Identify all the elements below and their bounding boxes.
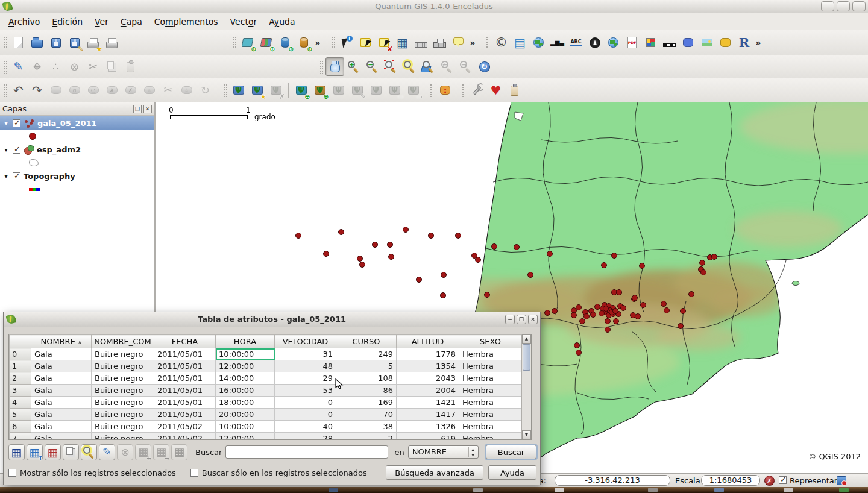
grass-region-button[interactable]: Ψ▭ xyxy=(385,81,404,99)
table-cell[interactable]: 2011/05/02 xyxy=(154,433,216,441)
move-feature-button[interactable] xyxy=(28,57,46,76)
search-field-select[interactable]: NOMBRE ▲▼ xyxy=(408,445,479,459)
add-island-button[interactable]: ◌ xyxy=(84,81,102,99)
menu-vector[interactable]: Vector xyxy=(224,14,263,29)
table-cell[interactable]: 2011/05/01 xyxy=(154,385,216,397)
table-cell[interactable]: Hembra xyxy=(459,409,522,421)
delete-ring-button[interactable]: ✗ xyxy=(102,81,121,99)
labeling-plugin-button[interactable]: ABC xyxy=(567,33,585,52)
layer-item-Topography[interactable]: ▾Topography xyxy=(0,169,154,183)
zoom-next-button[interactable]: → xyxy=(456,57,475,76)
cut-features-button[interactable]: ✂ xyxy=(84,57,102,76)
table-cell[interactable]: 2011/05/02 xyxy=(154,421,216,433)
table-cell[interactable]: Gala xyxy=(31,372,92,385)
toolbar-overflow-icon[interactable]: » xyxy=(468,38,477,48)
table-cell[interactable]: 10:00:00 xyxy=(216,348,275,360)
delete-part-button[interactable]: ✗ xyxy=(121,81,140,99)
add-raster-layer-button[interactable]: ⊕ xyxy=(257,33,275,52)
table-cell[interactable]: 20:00:00 xyxy=(216,409,275,421)
zoom-out-button[interactable]: − xyxy=(363,57,382,76)
globe-plugin-button[interactable] xyxy=(529,33,548,52)
simplify-feature-button[interactable] xyxy=(46,81,65,99)
table-cell[interactable]: Buitre negro xyxy=(92,409,154,421)
scale-bar-plugin-button[interactable] xyxy=(660,33,679,52)
table-cell[interactable]: 14:00:00 xyxy=(216,372,275,385)
table-cell[interactable]: Hembra xyxy=(459,385,522,397)
table-cell[interactable]: 2011/05/01 xyxy=(154,360,216,372)
merge-features-button[interactable]: ☆ xyxy=(177,81,196,99)
unselect-all-button[interactable]: ▦ xyxy=(8,444,25,460)
table-cell[interactable]: 28 xyxy=(275,433,336,441)
scrollbar-thumb[interactable] xyxy=(523,344,530,371)
r-stats-plugin-button[interactable]: R xyxy=(735,33,753,52)
open-field-calculator-button[interactable]: ▦ xyxy=(171,444,187,460)
add-grass-vector-layer-button[interactable]: Ψ⊕ xyxy=(292,81,310,99)
coordinate-field[interactable]: -3.316,42.213 xyxy=(555,475,670,486)
column-header-fecha[interactable]: FECHA xyxy=(154,335,216,348)
copy-selected-rows-button[interactable] xyxy=(63,444,79,460)
open-project-button[interactable] xyxy=(28,33,46,52)
table-cell[interactable]: 2011/05/01 xyxy=(154,397,216,409)
advanced-search-button[interactable]: Búsqueda avanzada xyxy=(386,465,483,480)
table-cell[interactable]: 1417 xyxy=(397,409,459,421)
table-cell[interactable]: 2 xyxy=(336,433,397,441)
table-cell[interactable]: Buitre negro xyxy=(92,348,154,360)
toggle-editing-button[interactable]: ✎ xyxy=(9,57,28,76)
search-button[interactable]: Buscar xyxy=(486,445,536,459)
row-header[interactable]: 4 xyxy=(10,397,31,409)
zoom-to-layer-button[interactable] xyxy=(419,57,438,76)
move-selection-to-top-button[interactable]: ▦↑ xyxy=(27,444,43,460)
layer-item-gala_05_2011[interactable]: ▾gala_05_2011 xyxy=(0,116,154,130)
composer-page-plugin-button[interactable]: ▤ xyxy=(511,33,529,52)
table-cell[interactable]: Gala xyxy=(31,397,92,409)
panel-float-icon[interactable]: ❐ xyxy=(133,105,142,113)
table-cell[interactable]: 619 xyxy=(397,433,459,441)
add-wms-layer-button[interactable]: ⊕ xyxy=(294,33,313,52)
table-cell[interactable]: 31 xyxy=(275,348,336,360)
menu-complementos[interactable]: Complementos xyxy=(148,14,224,29)
open-attribute-table-button[interactable]: ▦ xyxy=(393,33,412,52)
column-header-velocidad[interactable]: VELOCIDAD xyxy=(275,335,336,348)
python-console-plugin-button[interactable] xyxy=(716,33,735,52)
measure-line-button[interactable] xyxy=(412,33,430,52)
copyright-label-plugin-button[interactable]: © xyxy=(492,33,511,52)
expander-icon[interactable]: ▾ xyxy=(2,120,10,127)
zoom-in-button[interactable]: + xyxy=(344,57,363,76)
table-cell[interactable]: 5 xyxy=(336,360,397,372)
node-tool-button[interactable]: ∴ xyxy=(46,57,65,76)
table-cell[interactable]: 249 xyxy=(336,348,397,360)
table-cell[interactable]: Buitre negro xyxy=(92,433,154,441)
table-cell[interactable]: 53 xyxy=(275,385,336,397)
zoom-map-to-selected-rows-button[interactable] xyxy=(81,444,97,460)
table-cell[interactable]: 2011/05/01 xyxy=(154,409,216,421)
table-cell[interactable]: 1354 xyxy=(397,360,459,372)
zoom-full-extent-button[interactable] xyxy=(382,57,400,76)
table-cell[interactable]: 108 xyxy=(336,372,397,385)
search-input[interactable] xyxy=(225,445,388,459)
toolbar-overflow-icon[interactable]: » xyxy=(753,38,763,48)
table-cell[interactable]: 10:00:00 xyxy=(216,421,275,433)
plugin-installer-button[interactable]: ♥ xyxy=(486,81,505,99)
table-cell[interactable]: Buitre negro xyxy=(92,421,154,433)
delete-selected-features-button[interactable]: ⊗ xyxy=(117,444,133,460)
select-features-button[interactable] xyxy=(356,33,374,52)
layer-visibility-checkbox[interactable] xyxy=(13,146,20,154)
table-cell[interactable]: Buitre negro xyxy=(92,372,154,385)
coordinate-capture-plugin-button[interactable]: : xyxy=(436,81,454,99)
split-features-button[interactable]: ✂ xyxy=(159,81,177,99)
window-titlebar[interactable]: Quantum GIS 1.4.0-Enceladus xyxy=(0,0,868,13)
save-project-button[interactable] xyxy=(46,33,65,52)
redo-button[interactable]: ↷ xyxy=(28,81,46,99)
mapserver-export-plugin-button[interactable] xyxy=(679,33,697,52)
column-header-nombre_com[interactable]: NOMBRE_COM xyxy=(92,335,154,348)
dialog-titlebar[interactable]: Tabla de atributos - gala_05_2011 −❐✕ xyxy=(4,312,540,327)
table-cell[interactable]: Hembra xyxy=(459,360,522,372)
show-selected-checkbox[interactable] xyxy=(8,469,16,477)
taskbar-icon[interactable] xyxy=(329,488,338,492)
menu-capa[interactable]: Capa xyxy=(115,14,148,29)
row-header[interactable]: 1 xyxy=(10,360,31,372)
table-cell[interactable]: 2004 xyxy=(397,385,459,397)
table-cell[interactable]: Gala xyxy=(31,433,92,441)
measure-area-button[interactable] xyxy=(430,33,449,52)
table-cell[interactable]: Hembra xyxy=(459,372,522,385)
